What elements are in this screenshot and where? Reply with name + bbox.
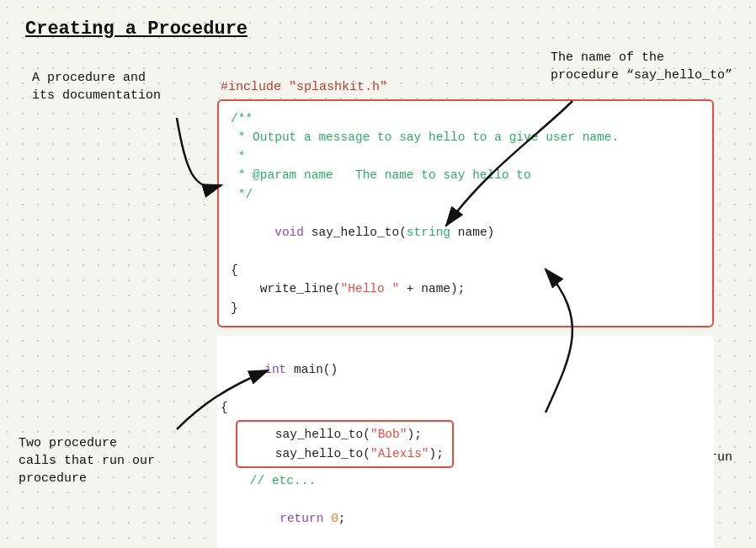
page-title: Creating a Procedure — [25, 19, 248, 40]
main-sig: int main() — [221, 341, 711, 397]
proc-close-brace: } — [231, 299, 700, 317]
comment-line-3: * — [231, 147, 700, 166]
main-block: int main() { say_hello_to("Bob"); say_he… — [217, 336, 714, 548]
calls-wrapper: say_hello_to("Bob"); say_hello_to("Alexi… — [221, 420, 711, 468]
main-open-brace: { — [221, 398, 711, 417]
code-container: #include "splashkit.h" /** * Output a me… — [217, 80, 714, 548]
proc-signature: void say_hello_to(string name) — [231, 204, 700, 260]
procedure-box: /** * Output a message to say hello to a… — [217, 99, 714, 327]
calls-box: say_hello_to("Bob"); say_hello_to("Alexi… — [236, 420, 454, 468]
etc-line: // etc... — [221, 471, 711, 490]
annotation-top-right: The name of the procedure “say_hello_to” — [551, 49, 732, 84]
comment-line-1: /** — [231, 109, 700, 128]
comment-line-4: * @param name The name to say hello to — [231, 166, 700, 184]
call-2: say_hello_to("Alexis"); — [246, 444, 444, 463]
annotation-top-left: A procedure and its documentation — [32, 69, 161, 104]
proc-body: write_line("Hello " + name); — [231, 279, 700, 298]
proc-open-brace: { — [231, 261, 700, 279]
annotation-bottom-left: Two procedure calls that run our procedu… — [19, 434, 155, 487]
comment-line-2: * Output a message to say hello to a giv… — [231, 128, 700, 146]
comment-line-5: */ — [231, 185, 700, 204]
call-1: say_hello_to("Bob"); — [246, 425, 444, 444]
return-line: return 0; — [221, 490, 711, 546]
include-line: #include "splashkit.h" — [217, 80, 714, 94]
